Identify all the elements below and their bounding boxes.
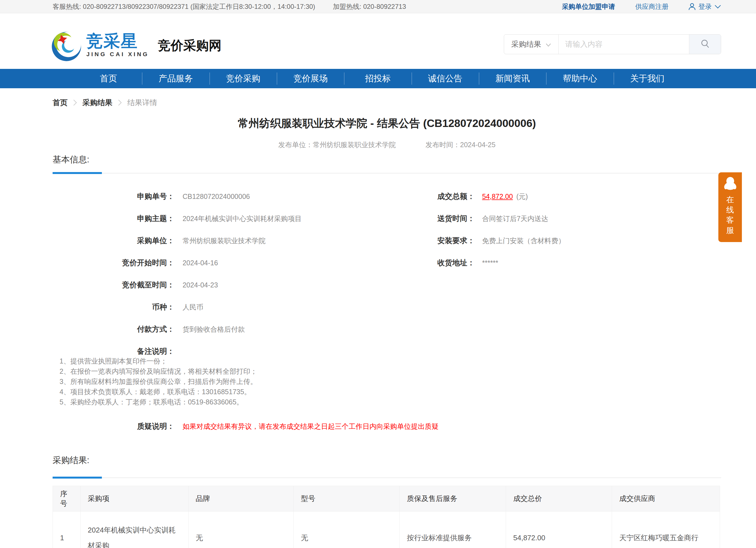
col-header-total: 成交总价	[506, 486, 612, 511]
chevron-down-icon	[714, 4, 721, 9]
supplier-register-link[interactable]: 供应商注册	[635, 2, 669, 11]
field-subject: 申购主题： 2024年机械实训中心实训耗材采购项目	[53, 214, 440, 223]
field-value: 合同签订后7天内送达	[482, 214, 548, 223]
cell-model: 无	[294, 511, 400, 548]
remark-line: 1、提供营业执照副本复印件一份；	[60, 356, 475, 366]
col-header-no: 序号	[53, 486, 81, 511]
site-logo[interactable]: 竞采星 JING CAI XING 竞价采购网	[50, 30, 221, 62]
result-table: 序号 采购项 品牌 型号 质保及售后服务 成交总价 成交供应商 1 2024年机…	[53, 486, 720, 548]
field-currency: 币种： 人民币	[53, 302, 440, 312]
nav-item-integrity-notice[interactable]: 诚信公告	[412, 69, 479, 88]
breadcrumb: 首页 采购结果 结果详情	[53, 98, 721, 107]
publisher-text: 发布单位：常州纺织服装职业技术学院	[278, 141, 396, 149]
nav-item-bidding-hall[interactable]: 竞价展场	[277, 69, 344, 88]
logo-name-en: JING CAI XING	[86, 51, 149, 58]
search-category-value: 采购结果	[511, 39, 541, 49]
field-objection: 质疑说明： 如果对成交结果有异议，请在发布成交结果之日起三个工作日内向采购单位提…	[53, 422, 440, 431]
field-label: 质疑说明：	[53, 422, 174, 431]
login-button[interactable]: 登录	[688, 2, 721, 11]
col-header-brand: 品牌	[189, 486, 294, 511]
breadcrumb-chevron-icon	[73, 99, 77, 106]
field-remarks: 备注说明： 1、提供营业执照副本复印件一份； 2、在报价一览表内填写报价及响应情…	[53, 346, 440, 407]
top-utility-bar: 客服热线: 020-80922713/80922307/80922371 (国家…	[0, 0, 756, 13]
col-header-supplier: 成交供应商	[612, 486, 720, 511]
field-payment: 付款方式： 货到验收合格后付款	[53, 324, 440, 334]
site-name: 竞价采购网	[158, 37, 221, 54]
remark-lines: 1、提供营业执照副本复印件一份； 2、在报价一览表内填写报价及响应情况，将相关材…	[60, 356, 475, 407]
objection-warning-text: 如果对成交结果有异议，请在发布成交结果之日起三个工作日内向采购单位提出质疑	[182, 422, 438, 431]
remark-line: 5、采购经办联系人：丁老师；联系电话：0519-86336065。	[60, 397, 475, 407]
join-hotline-text: 加盟热线: 020-80922713	[333, 2, 406, 11]
online-service-label: 在 线 客 服	[718, 195, 742, 236]
cell-total: 54,872.00	[506, 511, 612, 548]
basic-info-section: 基本信息: 申购单号： CB128072024000006 申购主题： 2024…	[53, 154, 721, 430]
field-value: 人民币	[182, 302, 203, 312]
remark-line: 2、在报价一览表内填写报价及响应情况，将相关材料全部打印；	[60, 366, 475, 376]
field-value: 2024年机械实训中心实训耗材采购项目	[182, 214, 302, 223]
field-value: 常州纺织服装职业技术学院	[182, 236, 265, 246]
page: 客服热线: 020-80922713/80922307/80922371 (国家…	[0, 0, 756, 548]
fields-left-column: 申购单号： CB128072024000006 申购主题： 2024年机械实训中…	[53, 192, 440, 444]
cell-item: 2024年机械实训中心实训耗材采购	[81, 511, 189, 548]
field-label: 安装要求：	[388, 236, 475, 246]
field-value: CB128072024000006	[182, 192, 250, 201]
publish-time-text: 发布时间：2024-04-25	[425, 141, 496, 149]
basic-info-fields: 申购单号： CB128072024000006 申购主题： 2024年机械实训中…	[53, 192, 721, 430]
table-row: 1 2024年机械实训中心实训耗材采购 无 无 按行业标准提供服务 54,872…	[53, 511, 720, 548]
logo-name-cn: 竞采星	[86, 33, 149, 50]
purchase-result-section: 采购结果: 序号 采购项 品牌 型号 质保及售后服务 成交总价	[53, 455, 721, 548]
col-header-item: 采购项	[81, 486, 189, 511]
field-label: 成交总额：	[388, 192, 475, 201]
nav-item-about-us[interactable]: 关于我们	[614, 69, 681, 88]
field-label: 采购单位：	[53, 236, 174, 246]
section-divider	[53, 172, 721, 174]
purchase-result-title: 采购结果:	[53, 455, 721, 466]
search-input[interactable]	[559, 35, 689, 54]
cell-supplier: 天宁区红梅巧暖五金商行	[612, 511, 720, 548]
field-value: 免费上门安装（含材料费）	[482, 236, 565, 246]
breadcrumb-home[interactable]: 首页	[53, 98, 68, 108]
remark-line: 3、所有响应材料均加盖报价供应商公章，扫描后作为附件上传。	[60, 376, 475, 387]
search-bar: 采购结果	[504, 34, 721, 54]
logo-text: 竞采星 JING CAI XING	[86, 33, 149, 58]
select-chevron-icon	[546, 40, 551, 49]
search-icon	[700, 38, 710, 50]
nav-item-help-center[interactable]: 帮助中心	[546, 69, 613, 88]
cell-service: 按行业标准提供服务	[400, 511, 506, 548]
page-meta: 发布单位：常州纺织服装职业技术学院 发布时间：2024-04-25	[53, 140, 721, 149]
field-value: ******	[482, 258, 498, 268]
section-divider	[53, 477, 721, 479]
service-hotline-text: 客服热线: 020-80922713/80922307/80922371 (国家…	[53, 2, 315, 11]
col-header-model: 型号	[294, 486, 400, 511]
search-button[interactable]	[689, 35, 721, 54]
nav-item-bidding-purchase[interactable]: 竞价采购	[210, 69, 277, 88]
fields-right-column: 成交总额： 54,872.00 (元) 送货时间： 合同签订后7天内送达 安装要…	[388, 192, 720, 280]
total-amount-unit: (元)	[516, 192, 528, 201]
total-amount-link[interactable]: 54,872.00	[482, 192, 513, 201]
page-title: 常州纺织服装职业技术学院 - 结果公告 (CB128072024000006)	[53, 117, 721, 130]
field-label: 竞价截至时间：	[53, 280, 174, 289]
field-label: 备注说明：	[53, 346, 174, 356]
nav-item-home[interactable]: 首页	[75, 69, 142, 88]
nav-item-products[interactable]: 产品服务	[142, 69, 209, 88]
field-total-amount: 成交总额： 54,872.00 (元)	[388, 192, 720, 201]
search-category-select[interactable]: 采购结果	[504, 35, 559, 54]
field-delivery-address: 收货地址： ******	[388, 258, 720, 268]
online-service-button[interactable]: 在 线 客 服	[718, 172, 742, 242]
user-icon	[688, 2, 696, 11]
logo-swirl-icon	[50, 30, 82, 62]
site-header: 竞采星 JING CAI XING 竞价采购网 采购结果	[0, 13, 756, 69]
field-value: 2024-04-23	[182, 280, 218, 289]
breadcrumb-chevron-icon	[118, 99, 122, 106]
cell-no: 1	[53, 511, 81, 548]
nav-item-news[interactable]: 新闻资讯	[479, 69, 546, 88]
nav-item-tenders[interactable]: 招投标	[344, 69, 411, 88]
breadcrumb-current: 结果详情	[127, 98, 157, 108]
breadcrumb-results[interactable]: 采购结果	[82, 98, 112, 108]
cell-brand: 无	[189, 511, 294, 548]
main-nav: 首页 产品服务 竞价采购 竞价展场 招投标 诚信公告 新闻资讯 帮助中心 关于我…	[0, 69, 756, 88]
field-label: 付款方式：	[53, 324, 174, 334]
basic-info-title: 基本信息:	[53, 154, 721, 165]
purchaser-join-link[interactable]: 采购单位加盟申请	[562, 2, 615, 11]
qq-penguin-icon	[723, 188, 738, 193]
